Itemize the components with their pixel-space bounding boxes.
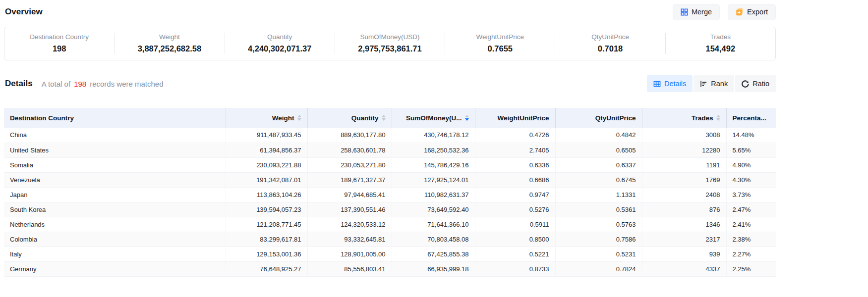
value-cell: 71,641,366.10 [392, 217, 475, 232]
bar-chart-icon [700, 80, 707, 88]
stat-1: Weight3,887,252,682.58 [115, 33, 225, 54]
table-row: China911,487,933.45889,630,177.80430,746… [4, 128, 776, 143]
value-cell: 0.6745 [555, 172, 642, 187]
column-label: SumOfMoney(U... [406, 114, 462, 122]
value-cell: 2.27% [726, 247, 776, 261]
stat-label: Trades [666, 33, 775, 41]
page-container: Overview Merge Export Destination Countr… [4, 0, 776, 277]
column-header-sum-of-money[interactable]: SumOfMoney(U... [392, 108, 475, 128]
value-cell: 230,053,271.80 [307, 157, 392, 172]
value-cell: 1769 [642, 172, 726, 187]
stat-4: WeightUnitPrice0.7655 [445, 33, 555, 54]
tab-rank-label: Rank [711, 80, 728, 88]
value-cell: 3.73% [726, 187, 776, 202]
value-cell: 1346 [642, 217, 726, 232]
country-cell: Venezuela [4, 172, 226, 187]
export-icon [736, 8, 744, 16]
column-label: Trades [692, 114, 713, 122]
value-cell: 137,390,551.46 [307, 202, 392, 217]
stat-2: Quantity4,240,302,071.37 [225, 33, 335, 54]
value-cell: 0.6337 [555, 157, 642, 172]
match-summary-prefix: A total of [42, 80, 70, 88]
value-cell: 124,320,533.12 [307, 217, 392, 232]
value-cell: 876 [642, 202, 726, 217]
stat-value: 0.7018 [555, 44, 665, 53]
column-header-qty-unit-price: QtyUnitPrice [555, 108, 642, 128]
value-cell: 76,648,925.27 [226, 261, 307, 276]
value-cell: 61,394,856.37 [226, 143, 307, 157]
value-cell: 85,556,803.41 [307, 261, 392, 276]
table-row: Italy129,153,001.36128,901,005.0067,425,… [4, 247, 776, 261]
match-summary: A total of198records were matched [42, 80, 164, 88]
value-cell: 0.8733 [475, 261, 555, 276]
value-cell: 0.5763 [555, 217, 642, 232]
value-cell: 4337 [642, 261, 726, 276]
column-header-trades[interactable]: Trades [642, 108, 726, 128]
sort-carets [465, 115, 469, 121]
value-cell: 0.5221 [475, 247, 555, 261]
table-row: Colombia83,299,617.8193,332,645.8170,803… [4, 232, 776, 247]
value-cell: 128,901,005.00 [307, 247, 392, 261]
column-header-weight[interactable]: Weight [226, 108, 307, 128]
stat-value: 4,240,302,071.37 [225, 44, 335, 53]
column-header-quantity[interactable]: Quantity [307, 108, 392, 128]
value-cell: 191,342,087.01 [226, 172, 307, 187]
value-cell: 127,925,124.01 [392, 172, 475, 187]
table-row: Somalia230,093,221.88230,053,271.80145,7… [4, 157, 776, 172]
value-cell: 2317 [642, 232, 726, 247]
value-cell: 129,153,001.36 [226, 247, 307, 261]
table-row: South Korea139,594,057.23137,390,551.467… [4, 202, 776, 217]
stat-label: WeightUnitPrice [445, 33, 555, 41]
value-cell: 139,594,057.23 [226, 202, 307, 217]
match-count: 198 [70, 80, 90, 88]
details-title: Details [4, 79, 33, 89]
country-cell: United States [4, 143, 226, 157]
country-cell: Japan [4, 187, 226, 202]
value-cell: 1191 [642, 157, 726, 172]
tab-ratio-label: Ratio [752, 80, 769, 88]
table-row: Japan113,863,104.2697,944,685.41110,982,… [4, 187, 776, 202]
table-header-row: Destination CountryWeightQuantitySumOfMo… [4, 108, 776, 128]
column-label: Weight [272, 114, 294, 122]
merge-button[interactable]: Merge [673, 4, 720, 20]
match-summary-suffix: records were matched [90, 80, 163, 88]
country-cell: China [4, 128, 226, 143]
stat-value: 2,975,753,861.71 [335, 44, 445, 53]
stat-0: Destination Country198 [4, 33, 115, 54]
country-cell: Somalia [4, 157, 226, 172]
tab-ratio[interactable]: Ratio [735, 75, 776, 92]
value-cell: 73,649,592.40 [392, 202, 475, 217]
export-button[interactable]: Export [728, 4, 776, 20]
stat-label: Quantity [225, 33, 335, 41]
value-cell: 2.47% [726, 202, 776, 217]
column-header-weight-unit-price: WeightUnitPrice [475, 108, 555, 128]
value-cell: 2.41% [726, 217, 776, 232]
column-header-percentage: Percenta... [726, 108, 776, 128]
country-cell: Netherlands [4, 217, 226, 232]
value-cell: 189,671,327.37 [307, 172, 392, 187]
tab-details[interactable]: Details [647, 75, 693, 92]
value-cell: 93,332,645.81 [307, 232, 392, 247]
details-header: Details A total of198records were matche… [4, 75, 776, 92]
column-label: Percenta... [733, 114, 766, 122]
top-actions: Merge Export [673, 4, 776, 20]
export-button-label: Export [747, 8, 768, 16]
sort-carets [382, 115, 386, 121]
value-cell: 4.90% [726, 157, 776, 172]
value-cell: 110,982,631.37 [392, 187, 475, 202]
tab-rank[interactable]: Rank [694, 75, 734, 92]
table-row: Germany76,648,925.2785,556,803.4166,935,… [4, 261, 776, 276]
stat-label: Destination Country [4, 33, 114, 41]
country-cell: South Korea [4, 202, 226, 217]
value-cell: 83,299,617.81 [226, 232, 307, 247]
value-cell: 430,746,178.12 [392, 128, 475, 143]
value-cell: 0.5911 [475, 217, 555, 232]
value-cell: 145,786,429.16 [392, 157, 475, 172]
table-head: Destination CountryWeightQuantitySumOfMo… [4, 108, 776, 128]
value-cell: 0.5276 [475, 202, 555, 217]
overview-stats-card: Destination Country198Weight3,887,252,68… [4, 27, 776, 60]
value-cell: 0.7824 [555, 261, 642, 276]
stat-3: SumOfMoney(USD)2,975,753,861.71 [335, 33, 445, 54]
value-cell: 911,487,933.45 [226, 128, 307, 143]
value-cell: 12280 [642, 143, 726, 157]
